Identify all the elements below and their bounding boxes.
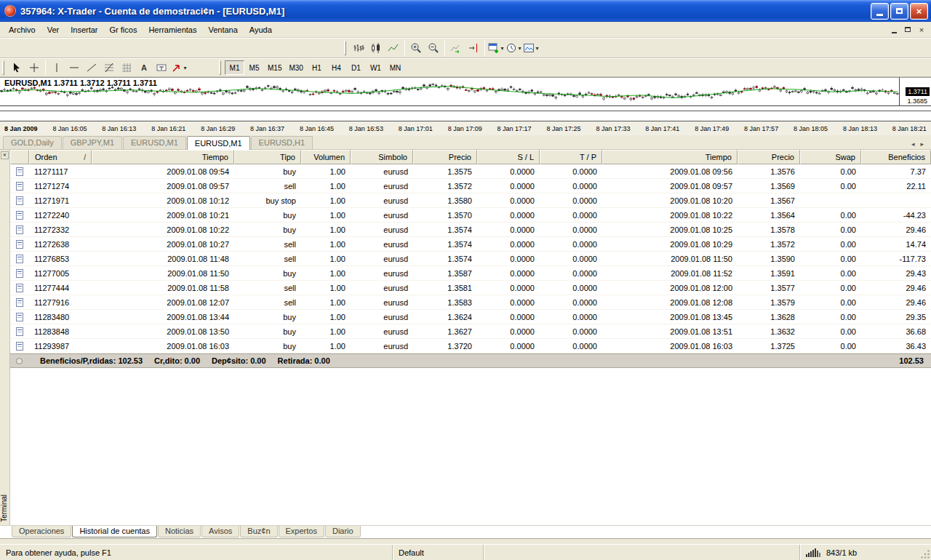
- close-button[interactable]: ×: [910, 3, 928, 20]
- header-cell-volumen-3[interactable]: Volumen: [301, 150, 351, 164]
- terminal-tab-diario[interactable]: Diario: [325, 526, 361, 537]
- table-row[interactable]: 112939872009.01.08 16:03buy1.00eurusd1.3…: [10, 339, 931, 353]
- timeframe-button-h1[interactable]: H1: [307, 60, 327, 75]
- vertical-line-button[interactable]: [48, 60, 65, 76]
- toolbar-grip[interactable]: [219, 60, 221, 75]
- resize-grip-icon[interactable]: [921, 550, 930, 559]
- table-row[interactable]: 112723322009.01.08 10:22buy1.00eurusd1.3…: [10, 223, 931, 237]
- header-cell-tiempo-8[interactable]: Tiempo: [602, 150, 738, 164]
- header-cell-t-p-7[interactable]: T / P: [540, 150, 602, 164]
- menu-item-archivo[interactable]: Archivo: [3, 23, 41, 36]
- chart-tab-eurusd-m1-2[interactable]: EURUSD,M1: [123, 136, 186, 149]
- table-row[interactable]: 112774442009.01.08 11:58sell1.00eurusd1.…: [10, 281, 931, 295]
- terminal-tab-historial-de-cuentas[interactable]: Historial de cuentas: [72, 526, 157, 537]
- menu-item-insertar[interactable]: Insertar: [65, 23, 103, 36]
- crosshair-button[interactable]: [25, 60, 43, 76]
- text-label-button[interactable]: [153, 60, 170, 76]
- tab-scroll-right-icon[interactable]: ▸: [917, 140, 927, 148]
- table-row[interactable]: 112779162009.01.08 12:07sell1.00eurusd1.…: [10, 295, 931, 310]
- toolbar-grip[interactable]: [344, 41, 346, 55]
- periods-button[interactable]: ▾: [505, 40, 522, 56]
- order-doc-icon: [16, 182, 23, 191]
- indicator-pane[interactable]: [0, 111, 931, 121]
- grid-button[interactable]: [118, 60, 135, 76]
- header-cell-simbolo-4[interactable]: Simbolo: [351, 150, 413, 164]
- table-row[interactable]: 112711172009.01.08 09:54buy1.00eurusd1.3…: [10, 164, 931, 179]
- restore-button[interactable]: [890, 3, 908, 20]
- table-row[interactable]: 112712742009.01.08 09:57sell1.00eurusd1.…: [10, 179, 931, 193]
- table-row[interactable]: 112770052009.01.08 11:50buy1.00eurusd1.3…: [10, 266, 931, 281]
- new-chart-button[interactable]: ▾: [487, 40, 505, 56]
- line-chart-button[interactable]: [385, 40, 402, 56]
- price-scale[interactable]: 1.3711 1.3685: [899, 77, 931, 106]
- chart-tab-eurusd-h1-4[interactable]: EURUSD,H1: [251, 136, 313, 149]
- menu-item-ventana[interactable]: Ventana: [202, 23, 243, 36]
- zoom-in-button[interactable]: [407, 40, 425, 56]
- header-cell-tipo-2[interactable]: Tipo: [234, 150, 301, 164]
- terminal-tab-operaciones[interactable]: Operaciones: [12, 526, 71, 537]
- menu-item-gr-ficos[interactable]: Gr ficos: [104, 23, 143, 36]
- mdi-minimize-button[interactable]: [887, 24, 900, 35]
- minimize-button[interactable]: [871, 3, 889, 20]
- terminal-tab-noticias[interactable]: Noticias: [158, 526, 201, 537]
- restore-icon: [896, 8, 903, 14]
- trendline-button[interactable]: [83, 60, 100, 76]
- table-row[interactable]: 112838482009.01.08 13:50buy1.00eurusd1.3…: [10, 324, 931, 339]
- fibonacci-button[interactable]: [100, 60, 118, 76]
- bar-chart-icon: [353, 42, 364, 54]
- cell-sl: 0.0000: [477, 211, 540, 220]
- table-row[interactable]: 112719712009.01.08 10:12buy stop1.00euru…: [10, 193, 931, 208]
- toolbar-grip[interactable]: [2, 60, 4, 75]
- header-cell-beneficios-11[interactable]: Beneficios: [861, 150, 931, 164]
- terminal-close-button[interactable]: ×: [1, 151, 9, 159]
- chart-shift-button[interactable]: [465, 40, 482, 56]
- cursor-button[interactable]: [8, 60, 25, 76]
- candlestick-chart-button[interactable]: [367, 40, 385, 56]
- toolbar-separator: [484, 41, 485, 55]
- cell-order: 11277005: [29, 269, 92, 278]
- timeframe-button-m15[interactable]: M15: [264, 60, 285, 75]
- table-row[interactable]: 112722402009.01.08 10:21buy1.00eurusd1.3…: [10, 208, 931, 223]
- header-cell-precio-9[interactable]: Precio: [738, 150, 800, 164]
- status-profile[interactable]: Default: [393, 545, 484, 560]
- time-axis[interactable]: 8 Jan 20098 Jan 16:058 Jan 16:138 Jan 16…: [0, 121, 931, 135]
- chart-tab-gbpjpy-m1-1[interactable]: GBPJPY,M1: [63, 136, 122, 149]
- zoom-out-button[interactable]: [425, 40, 442, 56]
- chart-tab-eurusd-m1-3[interactable]: EURUSD,M1: [187, 136, 250, 150]
- timeframe-button-m1[interactable]: M1: [225, 60, 244, 75]
- templates-button[interactable]: ▾: [522, 40, 540, 56]
- arrows-button[interactable]: ▾: [170, 60, 188, 76]
- mdi-restore-button[interactable]: [901, 24, 914, 35]
- text-button[interactable]: A: [135, 60, 153, 76]
- table-row[interactable]: 112834802009.01.08 13:44buy1.00eurusd1.3…: [10, 310, 931, 324]
- header-cell-precio-5[interactable]: Precio: [413, 150, 477, 164]
- cell-sl: 0.0000: [477, 182, 540, 191]
- cell-symbol: eurusd: [351, 342, 413, 351]
- terminal-tab-avisos[interactable]: Avisos: [201, 526, 239, 537]
- timeframe-button-m5[interactable]: M5: [244, 60, 264, 75]
- tab-scroll-left-icon[interactable]: ◂: [908, 140, 918, 148]
- menu-item-ver[interactable]: Ver: [41, 23, 65, 36]
- timeframe-button-d1[interactable]: D1: [346, 60, 366, 75]
- header-cell-orden-0[interactable]: Orden/: [29, 150, 92, 164]
- menu-item-ayuda[interactable]: Ayuda: [244, 23, 278, 36]
- timeframe-button-h4[interactable]: H4: [327, 60, 346, 75]
- bar-chart-button[interactable]: [350, 40, 367, 56]
- timeframe-button-m30[interactable]: M30: [285, 60, 306, 75]
- header-cell-s-l-6[interactable]: S / L: [477, 150, 540, 164]
- horizontal-line-button[interactable]: [65, 60, 83, 76]
- table-row[interactable]: 112726382009.01.08 10:27sell1.00eurusd1.…: [10, 237, 931, 252]
- chart-tab-gold-daily-0[interactable]: GOLD,Daily: [3, 136, 62, 149]
- table-row[interactable]: 112768532009.01.08 11:48sell1.00eurusd1.…: [10, 252, 931, 266]
- terminal-tab-expertos[interactable]: Expertos: [279, 526, 324, 537]
- terminal-tab-buz-n[interactable]: Buz¢n: [240, 526, 277, 537]
- auto-scroll-button[interactable]: [447, 40, 465, 56]
- menu-item-herramientas[interactable]: Herramientas: [143, 23, 202, 36]
- mdi-close-button[interactable]: ×: [915, 24, 928, 35]
- header-cell-swap-10[interactable]: Swap: [800, 150, 861, 164]
- timeframe-button-mn[interactable]: MN: [385, 60, 405, 75]
- header-label: Tipo: [280, 153, 295, 161]
- indicator-pane[interactable]: [0, 106, 931, 111]
- header-cell-tiempo-1[interactable]: Tiempo: [92, 150, 234, 164]
- timeframe-button-w1[interactable]: W1: [366, 60, 385, 75]
